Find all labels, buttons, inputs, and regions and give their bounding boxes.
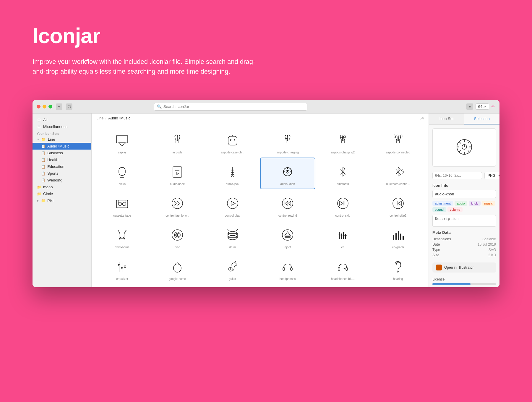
control-skip2-icon xyxy=(389,194,407,212)
format-select[interactable]: PNG SVG PDF xyxy=(484,172,499,179)
icon-name-input[interactable] xyxy=(432,190,496,198)
svg-line-103 xyxy=(468,150,470,152)
license-fill xyxy=(432,283,471,285)
svg-line-101 xyxy=(468,142,470,144)
sidebar-item-business[interactable]: 📋 Business xyxy=(33,150,91,156)
dimensions-value: Scalable xyxy=(482,237,496,241)
icon-cell-alexa[interactable]: alexa xyxy=(95,158,150,189)
tag-audio[interactable]: audio xyxy=(455,201,467,206)
icon-cell-headphones-blu[interactable]: headphones-blu... xyxy=(315,252,371,284)
hearing-icon xyxy=(389,258,407,275)
sidebar-item-audio-music[interactable]: 📋 Audio+Music xyxy=(33,143,91,150)
icon-cell-bluetooth[interactable]: bluetooth xyxy=(315,158,371,189)
edit-button[interactable]: ✏ xyxy=(492,104,495,109)
svg-rect-91 xyxy=(291,268,292,270)
tab-icon-set[interactable]: Icon Set xyxy=(429,114,464,124)
sidebar-item-pixi[interactable]: ▶ 📁 Pixi xyxy=(33,197,91,204)
tag-adjustment[interactable]: adjustment xyxy=(432,201,453,206)
sidebar: ⊟ All ⊞ Miscellaneous Your Icon Sets ▼ 📁… xyxy=(33,114,92,287)
search-container: 🔍 xyxy=(154,103,307,111)
disc-label: disc xyxy=(175,246,180,249)
description-input[interactable] xyxy=(432,215,496,227)
preview-icon xyxy=(451,134,478,161)
icon-cell-disc[interactable]: disc xyxy=(150,221,205,252)
svg-line-64 xyxy=(236,229,238,231)
close-button[interactable] xyxy=(37,105,40,108)
title-bar-right: ≡ 64px ✏ xyxy=(466,103,495,110)
open-in-label: Open in xyxy=(444,265,457,270)
maximize-button[interactable] xyxy=(48,105,52,108)
sidebar-item-circle[interactable]: 📁 Circle xyxy=(33,190,91,197)
icon-cell-guitar[interactable]: guitar xyxy=(205,252,260,284)
size-input[interactable] xyxy=(432,172,482,179)
icon-cell-airpods[interactable]: airpods xyxy=(150,126,205,158)
breadcrumb-bar: Line / Audio+Music 64 xyxy=(92,114,429,123)
sidebar-item-miscellaneous[interactable]: ⊞ Miscellaneous xyxy=(33,123,91,130)
icon-cell-airpods-charging2[interactable]: airpods-charging2 xyxy=(315,126,371,158)
tags-row: adjustment audio knob music sound volume xyxy=(429,199,499,214)
icon-cell-headphones[interactable]: headphones xyxy=(260,252,315,284)
icon-cell-devil-horns[interactable]: devil-horns xyxy=(95,221,150,252)
icon-cell-airplay[interactable]: airplay xyxy=(95,126,150,158)
airpods-charging-icon xyxy=(279,131,296,149)
control-skip2-label: control-skip2 xyxy=(390,214,406,217)
tag-volume[interactable]: volume xyxy=(447,207,463,212)
icon-cell-audio-jack[interactable]: audio-jack xyxy=(205,158,260,189)
tag-knob[interactable]: knob xyxy=(469,201,481,206)
icon-cell-eq[interactable]: eq xyxy=(315,221,371,252)
filter-button[interactable]: ≡ xyxy=(466,103,473,110)
icon-cell-equalizer[interactable]: equalizer xyxy=(95,252,150,284)
open-in-button[interactable]: Open in Illustrator xyxy=(432,262,496,273)
sidebar-item-wedding[interactable]: 📋 Wedding xyxy=(33,177,91,184)
control-skip-label: control-skip xyxy=(335,214,350,217)
svg-point-65 xyxy=(282,230,293,240)
search-input[interactable] xyxy=(163,104,304,109)
icon-cell-drum[interactable]: drum xyxy=(205,221,260,252)
icon-cell-airpods-connected[interactable]: airpods-connected xyxy=(370,126,426,158)
size-button[interactable]: 64px xyxy=(476,103,489,110)
icon-cell-audio-book[interactable]: audio-book xyxy=(150,158,205,189)
sidebar-item-education[interactable]: 📋 Education xyxy=(33,163,91,170)
export-button[interactable]: ⬡ xyxy=(66,103,72,110)
sidebar-toggle-button[interactable]: + xyxy=(56,103,62,110)
icon-cell-airpods-charging[interactable]: airpods-charging xyxy=(260,126,315,158)
minimize-button[interactable] xyxy=(43,105,46,108)
tag-sound[interactable]: sound xyxy=(432,207,446,212)
traffic-lights xyxy=(37,105,52,108)
set-icon: 📋 xyxy=(41,178,46,182)
icon-cell-eject[interactable]: eject xyxy=(260,221,315,252)
sidebar-item-line[interactable]: ▼ 📁 Line xyxy=(33,136,91,143)
svg-point-94 xyxy=(397,271,398,272)
sidebar-item-sports[interactable]: 📋 Sports xyxy=(33,170,91,177)
icon-cell-hearing[interactable]: hearing xyxy=(370,252,426,284)
icon-cell-control-skip[interactable]: control-skip xyxy=(315,189,371,221)
hero-title: Iconjar xyxy=(33,24,499,48)
svg-rect-87 xyxy=(173,264,181,272)
svg-point-58 xyxy=(176,234,178,236)
devil-horns-label: devil-horns xyxy=(115,246,129,249)
icon-cell-eq-graph[interactable]: eq-graph xyxy=(370,221,426,252)
icon-cell-control-fast-forw[interactable]: control-fast-forw... xyxy=(150,189,205,221)
svg-point-33 xyxy=(118,202,122,206)
icon-cell-google-home[interactable]: google-home xyxy=(150,252,205,284)
icon-cell-cassette-tape[interactable]: cassette-tape xyxy=(95,189,150,221)
tag-music[interactable]: music xyxy=(482,201,495,206)
sidebar-item-all[interactable]: ⊟ All xyxy=(33,116,91,123)
sidebar-item-health[interactable]: 📋 Health xyxy=(33,156,91,163)
sidebar-item-mono[interactable]: 📁 mono xyxy=(33,184,91,190)
svg-marker-48 xyxy=(340,201,343,205)
icon-cell-audio-knob[interactable]: audio-knob xyxy=(260,158,315,189)
icon-cell-bluetooth-conne[interactable]: bluetooth-conne... xyxy=(370,158,426,189)
icon-cell-control-skip2[interactable]: control-skip2 xyxy=(370,189,426,221)
icon-cell-control-play[interactable]: control-play xyxy=(205,189,260,221)
icon-cell-airpods-case[interactable]: airpods-case-ch... xyxy=(205,126,260,158)
folder-icon: ⊞ xyxy=(37,125,41,129)
control-play-icon xyxy=(224,194,241,212)
svg-point-34 xyxy=(122,202,126,206)
tab-selection[interactable]: Selection xyxy=(464,114,500,124)
svg-marker-38 xyxy=(174,201,177,205)
svg-point-88 xyxy=(231,268,233,270)
airpods-connected-icon xyxy=(389,131,407,149)
icon-cell-control-rewind[interactable]: control-rewind xyxy=(260,189,315,221)
svg-line-100 xyxy=(459,142,461,144)
